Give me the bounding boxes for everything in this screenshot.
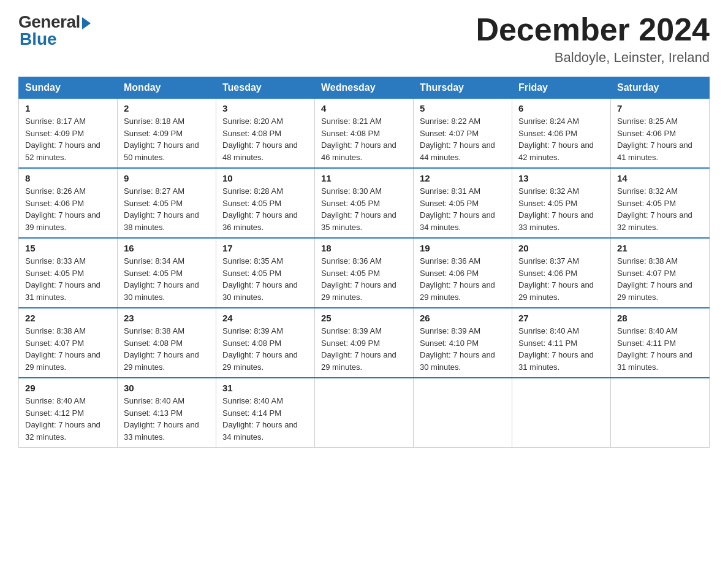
calendar-cell: 10 Sunrise: 8:28 AMSunset: 4:05 PMDaylig… [216, 168, 315, 238]
day-info: Sunrise: 8:39 AMSunset: 4:09 PMDaylight:… [321, 326, 396, 372]
day-info: Sunrise: 8:34 AMSunset: 4:05 PMDaylight:… [124, 256, 199, 302]
day-number: 1 [25, 103, 111, 113]
header-tuesday: Tuesday [216, 77, 315, 99]
day-number: 9 [124, 173, 210, 183]
day-info: Sunrise: 8:33 AMSunset: 4:05 PMDaylight:… [25, 256, 100, 302]
day-info: Sunrise: 8:38 AMSunset: 4:07 PMDaylight:… [617, 256, 692, 302]
calendar-cell: 26 Sunrise: 8:39 AMSunset: 4:10 PMDaylig… [414, 308, 512, 378]
day-number: 18 [321, 243, 407, 253]
day-number: 11 [321, 173, 407, 183]
header-friday: Friday [512, 77, 611, 99]
calendar-cell [611, 378, 710, 448]
day-number: 20 [518, 243, 604, 253]
header-wednesday: Wednesday [315, 77, 414, 99]
day-number: 21 [617, 243, 703, 253]
day-number: 7 [617, 103, 703, 113]
day-number: 16 [124, 243, 210, 253]
day-info: Sunrise: 8:40 AMSunset: 4:13 PMDaylight:… [124, 396, 199, 442]
calendar-cell: 5 Sunrise: 8:22 AMSunset: 4:07 PMDayligh… [414, 99, 512, 169]
calendar-cell: 14 Sunrise: 8:32 AMSunset: 4:05 PMDaylig… [611, 168, 710, 238]
calendar-cell: 28 Sunrise: 8:40 AMSunset: 4:11 PMDaylig… [611, 308, 710, 378]
day-info: Sunrise: 8:40 AMSunset: 4:14 PMDaylight:… [222, 396, 298, 442]
day-number: 8 [25, 173, 111, 183]
day-info: Sunrise: 8:20 AMSunset: 4:08 PMDaylight:… [222, 117, 298, 162]
day-number: 3 [222, 103, 308, 113]
day-info: Sunrise: 8:28 AMSunset: 4:05 PMDaylight:… [222, 186, 298, 232]
calendar-cell: 12 Sunrise: 8:31 AMSunset: 4:05 PMDaylig… [414, 168, 512, 238]
day-info: Sunrise: 8:39 AMSunset: 4:10 PMDaylight:… [420, 326, 495, 372]
day-number: 27 [518, 313, 604, 323]
calendar-cell: 2 Sunrise: 8:18 AMSunset: 4:09 PMDayligh… [118, 99, 216, 169]
day-info: Sunrise: 8:30 AMSunset: 4:05 PMDaylight:… [321, 186, 396, 232]
calendar-cell: 6 Sunrise: 8:24 AMSunset: 4:06 PMDayligh… [512, 99, 611, 169]
day-number: 26 [420, 313, 506, 323]
calendar-cell [315, 378, 414, 448]
calendar-cell: 9 Sunrise: 8:27 AMSunset: 4:05 PMDayligh… [118, 168, 216, 238]
day-info: Sunrise: 8:36 AMSunset: 4:05 PMDaylight:… [321, 256, 396, 302]
calendar-cell: 18 Sunrise: 8:36 AMSunset: 4:05 PMDaylig… [315, 238, 414, 308]
calendar-cell [512, 378, 611, 448]
day-info: Sunrise: 8:37 AMSunset: 4:06 PMDaylight:… [518, 256, 594, 302]
day-info: Sunrise: 8:32 AMSunset: 4:05 PMDaylight:… [617, 186, 692, 232]
day-info: Sunrise: 8:39 AMSunset: 4:08 PMDaylight:… [222, 326, 298, 372]
day-info: Sunrise: 8:40 AMSunset: 4:11 PMDaylight:… [617, 326, 692, 372]
calendar-cell: 29 Sunrise: 8:40 AMSunset: 4:12 PMDaylig… [19, 378, 118, 448]
header-thursday: Thursday [414, 77, 512, 99]
day-info: Sunrise: 8:27 AMSunset: 4:05 PMDaylight:… [124, 186, 199, 232]
day-number: 29 [25, 383, 111, 393]
calendar-cell: 1 Sunrise: 8:17 AMSunset: 4:09 PMDayligh… [19, 99, 118, 169]
day-number: 14 [617, 173, 703, 183]
calendar-week-1: 1 Sunrise: 8:17 AMSunset: 4:09 PMDayligh… [19, 99, 710, 169]
calendar-cell: 22 Sunrise: 8:38 AMSunset: 4:07 PMDaylig… [19, 308, 118, 378]
day-number: 12 [420, 173, 506, 183]
day-info: Sunrise: 8:24 AMSunset: 4:06 PMDaylight:… [518, 117, 594, 162]
day-info: Sunrise: 8:22 AMSunset: 4:07 PMDaylight:… [420, 117, 495, 162]
day-info: Sunrise: 8:26 AMSunset: 4:06 PMDaylight:… [25, 186, 100, 232]
calendar-cell [414, 378, 512, 448]
day-info: Sunrise: 8:32 AMSunset: 4:05 PMDaylight:… [518, 186, 594, 232]
day-info: Sunrise: 8:40 AMSunset: 4:12 PMDaylight:… [25, 396, 100, 442]
day-info: Sunrise: 8:35 AMSunset: 4:05 PMDaylight:… [222, 256, 298, 302]
calendar-cell: 25 Sunrise: 8:39 AMSunset: 4:09 PMDaylig… [315, 308, 414, 378]
day-info: Sunrise: 8:31 AMSunset: 4:05 PMDaylight:… [420, 186, 495, 232]
day-number: 10 [222, 173, 308, 183]
day-number: 28 [617, 313, 703, 323]
calendar-week-3: 15 Sunrise: 8:33 AMSunset: 4:05 PMDaylig… [19, 238, 710, 308]
day-number: 15 [25, 243, 111, 253]
day-number: 6 [518, 103, 604, 113]
calendar-cell: 31 Sunrise: 8:40 AMSunset: 4:14 PMDaylig… [216, 378, 315, 448]
day-number: 19 [420, 243, 506, 253]
calendar-cell: 3 Sunrise: 8:20 AMSunset: 4:08 PMDayligh… [216, 99, 315, 169]
day-number: 24 [222, 313, 308, 323]
day-number: 13 [518, 173, 604, 183]
calendar-week-2: 8 Sunrise: 8:26 AMSunset: 4:06 PMDayligh… [19, 168, 710, 238]
day-info: Sunrise: 8:40 AMSunset: 4:11 PMDaylight:… [518, 326, 594, 372]
day-number: 25 [321, 313, 407, 323]
calendar-cell: 16 Sunrise: 8:34 AMSunset: 4:05 PMDaylig… [118, 238, 216, 308]
day-number: 30 [124, 383, 210, 393]
day-info: Sunrise: 8:38 AMSunset: 4:07 PMDaylight:… [25, 326, 100, 372]
calendar-cell: 24 Sunrise: 8:39 AMSunset: 4:08 PMDaylig… [216, 308, 315, 378]
day-info: Sunrise: 8:25 AMSunset: 4:06 PMDaylight:… [617, 117, 692, 162]
calendar-cell: 23 Sunrise: 8:38 AMSunset: 4:08 PMDaylig… [118, 308, 216, 378]
calendar-cell: 15 Sunrise: 8:33 AMSunset: 4:05 PMDaylig… [19, 238, 118, 308]
location-text: Baldoyle, Leinster, Ireland [476, 50, 710, 66]
calendar-cell: 19 Sunrise: 8:36 AMSunset: 4:06 PMDaylig… [414, 238, 512, 308]
calendar-cell: 7 Sunrise: 8:25 AMSunset: 4:06 PMDayligh… [611, 99, 710, 169]
calendar-cell: 30 Sunrise: 8:40 AMSunset: 4:13 PMDaylig… [118, 378, 216, 448]
logo-blue-text: Blue [20, 29, 57, 49]
header-sunday: Sunday [19, 77, 118, 99]
calendar-header-row: SundayMondayTuesdayWednesdayThursdayFrid… [19, 77, 710, 99]
day-number: 5 [420, 103, 506, 113]
logo: General Blue [18, 12, 91, 49]
calendar-cell: 27 Sunrise: 8:40 AMSunset: 4:11 PMDaylig… [512, 308, 611, 378]
title-block: December 2024 Baldoyle, Leinster, Irelan… [476, 12, 710, 66]
calendar-cell: 11 Sunrise: 8:30 AMSunset: 4:05 PMDaylig… [315, 168, 414, 238]
day-number: 22 [25, 313, 111, 323]
logo-arrow-icon [82, 17, 91, 29]
calendar-cell: 4 Sunrise: 8:21 AMSunset: 4:08 PMDayligh… [315, 99, 414, 169]
calendar-week-4: 22 Sunrise: 8:38 AMSunset: 4:07 PMDaylig… [19, 308, 710, 378]
day-number: 31 [222, 383, 308, 393]
calendar-cell: 8 Sunrise: 8:26 AMSunset: 4:06 PMDayligh… [19, 168, 118, 238]
calendar-cell: 20 Sunrise: 8:37 AMSunset: 4:06 PMDaylig… [512, 238, 611, 308]
